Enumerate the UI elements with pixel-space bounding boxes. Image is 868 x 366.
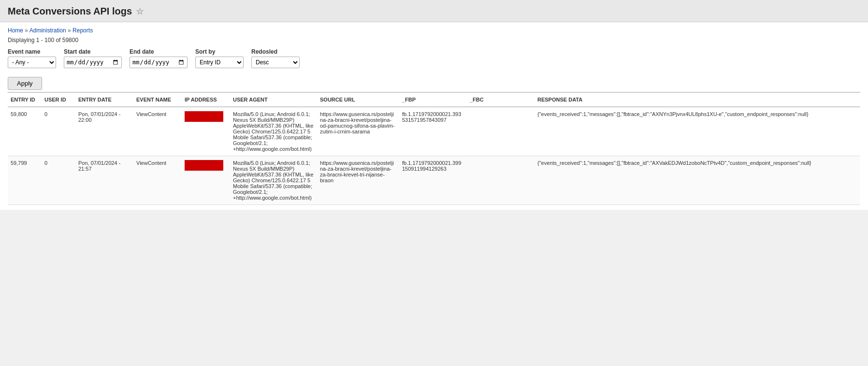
page-title-text: Meta Conversions API logs xyxy=(8,6,132,17)
sort-by-select[interactable]: Entry ID xyxy=(195,57,244,68)
cell-entry-date: Pon, 07/01/2024 - 21:57 xyxy=(75,156,133,205)
col-header-user-id: USER ID xyxy=(42,92,75,107)
display-count: Displaying 1 - 100 of 59800 xyxy=(8,37,860,44)
col-header-entry-id: ENTRY ID xyxy=(8,92,42,107)
cell-ip xyxy=(182,107,230,156)
event-name-select[interactable]: - Any - xyxy=(8,57,56,68)
page-header: Meta Conversions API logs ☆ xyxy=(0,0,868,22)
end-date-input[interactable] xyxy=(130,57,188,68)
ip-redacted-block xyxy=(185,160,223,171)
redosled-filter: Redosled Desc xyxy=(251,48,300,68)
col-header-ip: IP ADDRESS xyxy=(182,92,230,107)
cell-event-name: ViewContent xyxy=(133,107,182,156)
cell-source-url: https://www.gusenica.rs/posteljina-za-br… xyxy=(317,107,399,156)
breadcrumb-reports[interactable]: Reports xyxy=(72,27,93,34)
col-header-fbc: _FBC xyxy=(467,92,535,107)
apply-button[interactable]: Apply xyxy=(8,77,42,90)
end-date-filter: End date xyxy=(130,48,188,68)
col-header-user-agent: USER AGENT xyxy=(230,92,317,107)
table-row: 59,8000Pon, 07/01/2024 - 22:00ViewConten… xyxy=(8,107,860,156)
filters-container: Event name - Any - Start date End date S… xyxy=(8,48,860,68)
breadcrumb-home[interactable]: Home xyxy=(8,27,23,34)
event-name-label: Event name xyxy=(8,48,56,55)
cell-ip xyxy=(182,156,230,205)
cell-user-agent: Mozilla/5.0 (Linux; Android 6.0.1; Nexus… xyxy=(230,156,317,205)
favorite-star-icon[interactable]: ☆ xyxy=(136,6,144,17)
col-header-source-url: SOURCE URL xyxy=(317,92,399,107)
logs-table: ENTRY ID USER ID ENTRY DATE EVENT NAME I… xyxy=(8,92,860,205)
sort-by-label: Sort by xyxy=(195,48,244,55)
col-header-fbp: _FBP xyxy=(399,92,467,107)
redosled-select[interactable]: Desc xyxy=(251,57,300,68)
cell-response: {"events_received":1,"messages":[],"fbtr… xyxy=(535,107,860,156)
cell-event-name: ViewContent xyxy=(133,156,182,205)
breadcrumb-sep2: » xyxy=(68,27,72,34)
start-date-filter: Start date xyxy=(64,48,122,68)
cell-entry-id: 59,799 xyxy=(8,156,42,205)
col-header-event-name: EVENT NAME xyxy=(133,92,182,107)
breadcrumb-admin[interactable]: Administration xyxy=(29,27,66,34)
event-name-filter: Event name - Any - xyxy=(8,48,56,68)
table-header-row: ENTRY ID USER ID ENTRY DATE EVENT NAME I… xyxy=(8,92,860,107)
cell-fbp: fb.1.1719792000021.393531571957843097 xyxy=(399,107,467,156)
cell-user-id: 0 xyxy=(42,156,75,205)
breadcrumb: Home » Administration » Reports xyxy=(8,27,860,34)
breadcrumb-sep1: » xyxy=(25,27,29,34)
cell-source-url: https://www.gusenica.rs/posteljina-za-br… xyxy=(317,156,399,205)
col-header-entry-date: ENTRY DATE xyxy=(75,92,133,107)
cell-user-agent: Mozilla/5.0 (Linux; Android 6.0.1; Nexus… xyxy=(230,107,317,156)
redosled-label: Redosled xyxy=(251,48,300,55)
content-area: Home » Administration » Reports Displayi… xyxy=(0,22,868,210)
sort-by-filter: Sort by Entry ID xyxy=(195,48,244,68)
cell-fbc xyxy=(467,156,535,205)
cell-entry-date: Pon, 07/01/2024 - 22:00 xyxy=(75,107,133,156)
ip-redacted-block xyxy=(185,111,223,122)
cell-response: {"events_received":1,"messages":[],"fbtr… xyxy=(535,156,860,205)
cell-user-id: 0 xyxy=(42,107,75,156)
start-date-input[interactable] xyxy=(64,57,122,68)
table-row: 59,7990Pon, 07/01/2024 - 21:57ViewConten… xyxy=(8,156,860,205)
end-date-label: End date xyxy=(130,48,188,55)
apply-button-wrapper: Apply xyxy=(8,73,860,90)
col-header-response-data: RESPONSE DATA xyxy=(535,92,860,107)
start-date-label: Start date xyxy=(64,48,122,55)
cell-fbc xyxy=(467,107,535,156)
page-title: Meta Conversions API logs ☆ xyxy=(8,6,860,17)
cell-entry-id: 59,800 xyxy=(8,107,42,156)
cell-fbp: fb.1.1719792000021.399150911994129263 xyxy=(399,156,467,205)
